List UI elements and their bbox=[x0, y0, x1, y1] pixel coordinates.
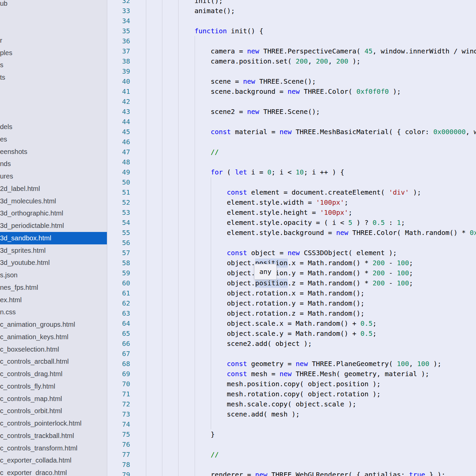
code-line-33[interactable]: animate(); bbox=[107, 6, 476, 16]
code-line-52[interactable]: element.style.width = '100px'; bbox=[107, 197, 476, 207]
code-line-58[interactable]: object.position.x = Math.random() * 200 … bbox=[107, 258, 476, 268]
code-line-43[interactable]: scene2 = new THREE.Scene(); bbox=[107, 107, 476, 117]
hover-tooltip: any bbox=[254, 264, 277, 280]
sidebar-item-r[interactable]: r bbox=[0, 34, 107, 47]
code-line-55[interactable]: element.style.background = new THREE.Col… bbox=[107, 228, 476, 238]
code-line-75[interactable]: } bbox=[107, 429, 476, 439]
sidebar-item-c-animation-groups-html[interactable]: c_animation_groups.html bbox=[0, 318, 107, 331]
sidebar-item-s[interactable]: s bbox=[0, 59, 107, 71]
sidebar-item-c-animation-keys-html[interactable]: c_animation_keys.html bbox=[0, 331, 107, 343]
code-line-79[interactable]: renderer = new THREE.WebGLRenderer( { an… bbox=[107, 470, 476, 476]
code-line-73[interactable]: scene.add( mesh ); bbox=[107, 409, 476, 419]
sidebar-item-c-controls-map-html[interactable]: c_controls_map.html bbox=[0, 393, 107, 405]
sidebar-item-ts[interactable]: ts bbox=[0, 71, 107, 84]
sidebar-item-3d-orthographic-html[interactable]: 3d_orthographic.html bbox=[0, 207, 107, 220]
code-line-63[interactable]: object.rotation.z = Math.random(); bbox=[107, 308, 476, 318]
code-line-59[interactable]: object.position.y = Math.random() * 200 … bbox=[107, 268, 476, 278]
code-line-74[interactable] bbox=[107, 419, 476, 429]
sidebar-item-ples[interactable]: ples bbox=[0, 47, 107, 59]
code-line-44[interactable] bbox=[107, 117, 476, 127]
sidebar-item-3d-sprites-html[interactable]: 3d_sprites.html bbox=[0, 244, 107, 257]
code-line-70[interactable]: mesh.position.copy( object.position ); bbox=[107, 379, 476, 389]
code-line-46[interactable] bbox=[107, 137, 476, 147]
code-line-48[interactable] bbox=[107, 157, 476, 167]
sidebar-item-c-controls-fly-html[interactable]: c_controls_fly.html bbox=[0, 380, 107, 393]
sidebar-item-3d-youtube-html[interactable]: 3d_youtube.html bbox=[0, 256, 107, 269]
code-line-78[interactable] bbox=[107, 460, 476, 470]
sidebar-item-ex-html[interactable]: ex.html bbox=[0, 294, 107, 306]
sidebar-item-ub[interactable]: ub bbox=[0, 0, 107, 10]
code-editor: 3233343536373839404142434445464748495051… bbox=[107, 0, 476, 476]
sidebar-item-es[interactable]: es bbox=[0, 133, 107, 146]
code-line-39[interactable] bbox=[107, 66, 476, 76]
code-line-67[interactable] bbox=[107, 349, 476, 359]
code-line-77[interactable]: // bbox=[107, 449, 476, 460]
code-line-53[interactable]: element.style.height = '100px'; bbox=[107, 207, 476, 217]
code-line-40[interactable]: scene = new THREE.Scene(); bbox=[107, 76, 476, 86]
code-line-76[interactable] bbox=[107, 439, 476, 449]
code-line-65[interactable]: object.scale.y = Math.random() + 0.5; bbox=[107, 328, 476, 339]
code-line-37[interactable]: camera = new THREE.PerspectiveCamera( 45… bbox=[107, 46, 476, 56]
code-line-72[interactable]: mesh.scale.copy( object.scale ); bbox=[107, 399, 476, 409]
code-line-38[interactable]: camera.position.set( 200, 200, 200 ); bbox=[107, 56, 476, 66]
sidebar-item-nes-fps-html[interactable]: nes_fps.html bbox=[0, 281, 107, 294]
code-line-41[interactable]: scene.background = new THREE.Color( 0xf0… bbox=[107, 86, 476, 96]
code-line-60[interactable]: object.position.z = Math.random() * 200 … bbox=[107, 278, 476, 288]
code-line-71[interactable]: mesh.rotation.copy( object.rotation ); bbox=[107, 389, 476, 399]
sidebar-item-2d-label-html[interactable]: 2d_label.html bbox=[0, 183, 107, 195]
sidebar-item-s-json[interactable]: s.json bbox=[0, 269, 107, 281]
sidebar-item-c-exporter-draco-html[interactable]: c_exporter_draco.html bbox=[0, 467, 107, 476]
file-explorer-sidebar: ubrplesstsdelseseenshotsndsures2d_label.… bbox=[0, 0, 107, 476]
code-line-42[interactable] bbox=[107, 96, 476, 107]
sidebar-item-c-exporter-collada-html[interactable]: c_exporter_collada.html bbox=[0, 454, 107, 467]
sidebar-item-ures[interactable]: ures bbox=[0, 170, 107, 183]
sidebar-item-3d-molecules-html[interactable]: 3d_molecules.html bbox=[0, 195, 107, 207]
code-line-47[interactable]: // bbox=[107, 147, 476, 157]
code-line-61[interactable]: object.rotation.x = Math.random(); bbox=[107, 288, 476, 298]
code-line-69[interactable]: const mesh = new THREE.Mesh( geometry, m… bbox=[107, 369, 476, 379]
sidebar-item-n-css[interactable]: n.css bbox=[0, 306, 107, 318]
sidebar-item-dels[interactable]: dels bbox=[0, 121, 107, 133]
sidebar-item-c-controls-drag-html[interactable]: c_controls_drag.html bbox=[0, 368, 107, 380]
code-line-34[interactable] bbox=[107, 16, 476, 26]
code-line-54[interactable]: element.style.opacity = ( i < 5 ) ? 0.5 … bbox=[107, 217, 476, 228]
sidebar-item-nds[interactable]: nds bbox=[0, 158, 107, 170]
code-line-66[interactable]: scene2.add( object ); bbox=[107, 339, 476, 349]
code-line-68[interactable]: const geometry = new THREE.PlaneGeometry… bbox=[107, 359, 476, 369]
sidebar-item-3d-periodictable-html[interactable]: 3d_periodictable.html bbox=[0, 220, 107, 232]
sidebar-item-3d-sandbox-html[interactable]: 3d_sandbox.html bbox=[0, 232, 107, 244]
sidebar-item-c-controls-pointerlock-html[interactable]: c_controls_pointerlock.html bbox=[0, 417, 107, 430]
sidebar-item-eenshots[interactable]: eenshots bbox=[0, 146, 107, 158]
sidebar-item-c-controls-orbit-html[interactable]: c_controls_orbit.html bbox=[0, 405, 107, 417]
sidebar-item-c-controls-trackball-html[interactable]: c_controls_trackball.html bbox=[0, 430, 107, 442]
sidebar-item-c-boxselection-html[interactable]: c_boxselection.html bbox=[0, 343, 107, 356]
code-line-50[interactable] bbox=[107, 177, 476, 187]
code-line-64[interactable]: object.scale.x = Math.random() + 0.5; bbox=[107, 318, 476, 328]
sidebar-item-c-controls-transform-html[interactable]: c_controls_transform.html bbox=[0, 442, 107, 454]
code-line-57[interactable]: const object = new CSS3DObject( element … bbox=[107, 248, 476, 258]
code-line-32[interactable]: init(); bbox=[107, 0, 476, 6]
sidebar-item-c-controls-arcball-html[interactable]: c_controls_arcball.html bbox=[0, 355, 107, 368]
code-line-56[interactable] bbox=[107, 238, 476, 248]
code-line-36[interactable] bbox=[107, 36, 476, 46]
code-line-51[interactable]: const element = document.createElement( … bbox=[107, 187, 476, 197]
code-line-49[interactable]: for ( let i = 0; i < 10; i ++ ) { bbox=[107, 167, 476, 177]
code-line-62[interactable]: object.rotation.y = Math.random(); bbox=[107, 298, 476, 308]
code-line-45[interactable]: const material = new THREE.MeshBasicMate… bbox=[107, 127, 476, 137]
code-line-35[interactable]: function init() { bbox=[107, 26, 476, 36]
